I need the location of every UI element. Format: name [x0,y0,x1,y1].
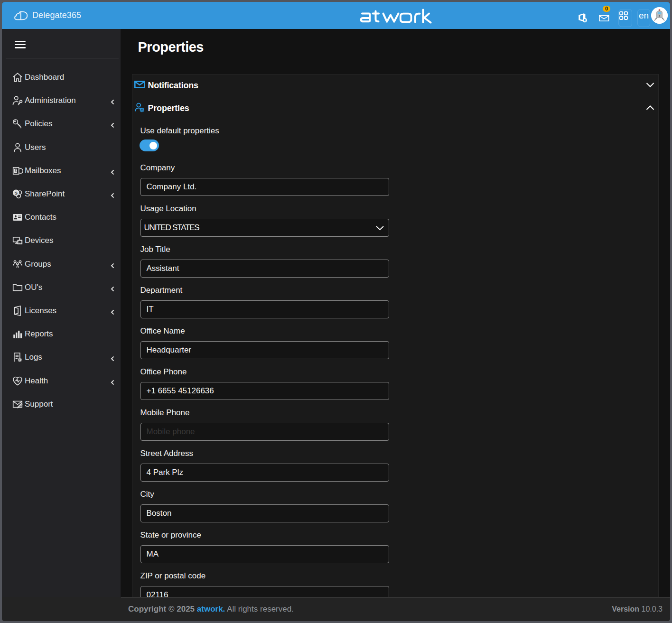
svg-text:S: S [14,190,18,195]
